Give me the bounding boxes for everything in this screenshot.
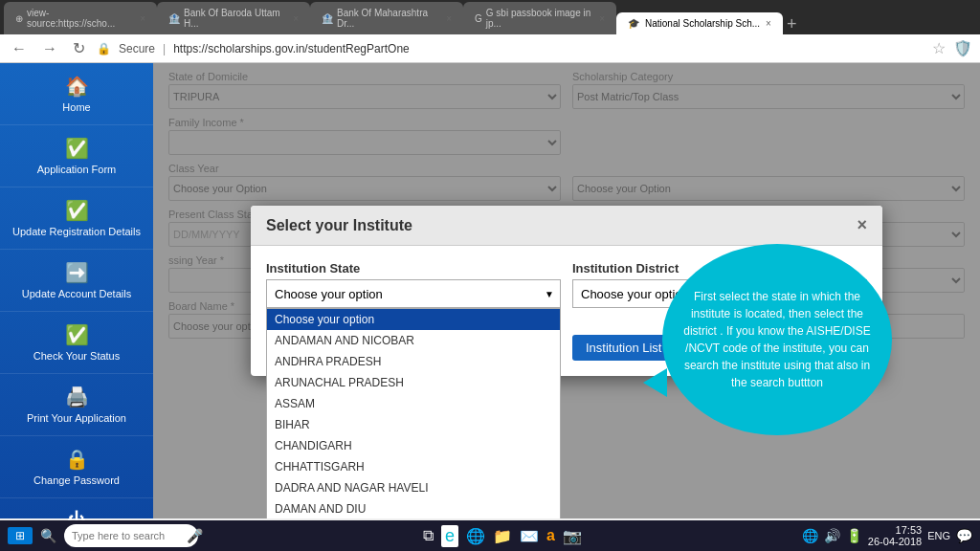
edge-icon[interactable]: e xyxy=(441,525,458,547)
taskbar-search-input[interactable] xyxy=(64,524,198,547)
application-form-icon: ✅ xyxy=(65,137,89,160)
battery-icon: 🔋 xyxy=(846,528,862,543)
tab-2-close[interactable]: × xyxy=(293,13,299,24)
tab-5-close[interactable]: × xyxy=(766,18,771,29)
tooltip-container: First select the state in which the inst… xyxy=(662,244,892,435)
tooltip-text: First select the state in which the inst… xyxy=(681,288,873,391)
cortana-icon: 🔍 xyxy=(40,528,56,543)
state-dropdown-arrow: ▼ xyxy=(545,289,554,299)
sidebar-update-account-label: Update Account Details xyxy=(22,288,131,299)
time: 17:53 xyxy=(868,524,922,536)
state-option-choose[interactable]: Choose your option xyxy=(267,309,560,330)
state-option-assam[interactable]: ASSAM xyxy=(267,393,560,414)
start-btn[interactable]: ⊞ xyxy=(8,527,33,544)
taskbar-right: 🌐 🔊 🔋 17:53 26-04-2018 ENG 💬 xyxy=(802,524,972,547)
photo-icon[interactable]: 📷 xyxy=(563,527,582,545)
address-bar: ← → ↻ 🔒 Secure | ☆ 🛡️ xyxy=(0,34,980,63)
state-option-daman[interactable]: DAMAN AND DIU xyxy=(267,498,560,518)
modal-overlay: Select your Institute × Institution Stat… xyxy=(153,63,980,518)
address-input[interactable] xyxy=(173,42,924,55)
email-icon[interactable]: ✉️ xyxy=(520,527,539,545)
sidebar-item-application-form[interactable]: ✅ Application Form xyxy=(0,125,153,187)
state-option-chandigarh[interactable]: CHANDIGARH xyxy=(267,435,560,456)
new-tab-btn[interactable]: + xyxy=(787,14,797,34)
tab-2[interactable]: 🏦 Bank Of Baroda Uttam H... × xyxy=(157,2,310,34)
institution-state-col: Institution State Choose your option ▼ C… xyxy=(266,261,561,361)
star-icon[interactable]: ☆ xyxy=(932,39,946,57)
tab-4-close[interactable]: × xyxy=(599,13,605,24)
print-icon: 🖨️ xyxy=(65,386,89,408)
state-option-dadra[interactable]: DADRA AND NAGAR HAVELI xyxy=(267,477,560,498)
sidebar-home-label: Home xyxy=(62,101,90,113)
state-option-andhra[interactable]: ANDHRA PRADESH xyxy=(267,351,560,372)
select-institute-modal: Select your Institute × Institution Stat… xyxy=(251,206,882,376)
sidebar-item-print[interactable]: 🖨️ Print Your Application xyxy=(0,374,153,436)
date: 26-04-2018 xyxy=(868,536,922,547)
secure-label: Secure xyxy=(119,42,155,55)
address-separator: | xyxy=(163,42,166,55)
check-status-icon: ✅ xyxy=(65,323,89,346)
state-option-chhattisgarh[interactable]: CHHATTISGARH xyxy=(267,456,560,477)
sidebar-item-change-password[interactable]: 🔒 Change Password xyxy=(0,436,153,498)
secure-icon: 🔒 xyxy=(97,42,111,55)
task-view-icon[interactable]: ⧉ xyxy=(423,527,434,544)
sidebar-print-label: Print Your Application xyxy=(27,412,126,424)
tab-1[interactable]: ⊕ view-source:https://scho... × xyxy=(4,2,157,34)
taskbar-left: ⊞ 🔍 🎤 xyxy=(8,524,203,547)
taskbar: ⊞ 🔍 🎤 ⧉ e 🌐 📁 ✉️ a 📷 🌐 🔊 🔋 17:53 26-04-2… xyxy=(0,520,980,551)
sidebar-application-form-label: Application Form xyxy=(37,164,117,175)
tab-3[interactable]: 🏦 Bank Of Maharashtra Dr... × xyxy=(310,2,463,34)
tooltip-bubble: First select the state in which the inst… xyxy=(662,244,892,435)
main-layout: 🏠 Home ✅ Application Form ✅ Update Regis… xyxy=(0,63,980,518)
network-icon: 🌐 xyxy=(802,528,818,543)
notification-icon[interactable]: 💬 xyxy=(956,528,972,543)
content-area: State of Domicile TRIPURA Scholarship Ca… xyxy=(153,63,980,518)
sidebar-item-home[interactable]: 🏠 Home xyxy=(0,63,153,125)
sidebar: 🏠 Home ✅ Application Form ✅ Update Regis… xyxy=(0,63,153,518)
institution-list-btn[interactable]: Institution List xyxy=(572,335,676,361)
update-account-icon: ➡️ xyxy=(65,261,89,284)
tab-3-close[interactable]: × xyxy=(446,13,452,24)
institution-state-label: Institution State xyxy=(266,261,561,276)
refresh-btn[interactable]: ↻ xyxy=(69,37,89,59)
shield-icon: 🛡️ xyxy=(953,39,972,57)
state-dropdown-list: Choose your option ANDAMAN AND NICOBAR A… xyxy=(266,308,561,518)
amazon-icon[interactable]: a xyxy=(546,527,555,544)
home-icon: 🏠 xyxy=(65,75,89,98)
modal-close-btn[interactable]: × xyxy=(857,215,867,235)
change-password-icon: 🔒 xyxy=(65,448,89,471)
sidebar-change-password-label: Change Password xyxy=(33,474,120,486)
time-display: 17:53 26-04-2018 xyxy=(868,524,922,547)
update-registration-icon: ✅ xyxy=(65,199,89,222)
tab-5-active[interactable]: 🎓 National Scholarship Sch... × xyxy=(616,12,783,34)
back-btn[interactable]: ← xyxy=(8,38,31,59)
tab-1-close[interactable]: × xyxy=(140,13,145,24)
sidebar-check-status-label: Check Your Status xyxy=(33,350,121,362)
volume-icon[interactable]: 🔊 xyxy=(824,528,840,543)
sidebar-item-update-registration[interactable]: ✅ Update Registration Details xyxy=(0,187,153,250)
taskbar-apps: ⧉ e 🌐 📁 ✉️ a 📷 xyxy=(423,525,582,547)
windows-icon: ⊞ xyxy=(15,529,25,542)
tab-4[interactable]: G G sbi passbook image in jp... × xyxy=(463,2,616,34)
state-dropdown-display[interactable]: Choose your option ▼ xyxy=(266,279,561,308)
tab-bar: ⊕ view-source:https://scho... × 🏦 Bank O… xyxy=(0,0,980,34)
language-indicator: ENG xyxy=(927,530,950,541)
sidebar-item-update-account[interactable]: ➡️ Update Account Details xyxy=(0,250,153,312)
state-option-bihar[interactable]: BIHAR xyxy=(267,414,560,435)
microphone-icon[interactable]: 🎤 xyxy=(187,528,203,543)
state-option-andaman[interactable]: ANDAMAN AND NICOBAR xyxy=(267,330,560,351)
modal-title: Select your Institute xyxy=(266,217,412,234)
sidebar-update-registration-label: Update Registration Details xyxy=(12,226,141,237)
state-option-arunachal[interactable]: ARUNACHAL PRADESH xyxy=(267,372,560,393)
ie-icon[interactable]: 🌐 xyxy=(466,527,485,545)
forward-btn[interactable]: → xyxy=(38,38,61,59)
sidebar-item-check-status[interactable]: ✅ Check Your Status xyxy=(0,312,153,374)
modal-header: Select your Institute × xyxy=(251,206,882,246)
tooltip-tail xyxy=(643,368,667,397)
institution-state-dropdown: Choose your option ▼ Choose your option … xyxy=(266,279,561,308)
folder-icon[interactable]: 📁 xyxy=(493,527,512,545)
